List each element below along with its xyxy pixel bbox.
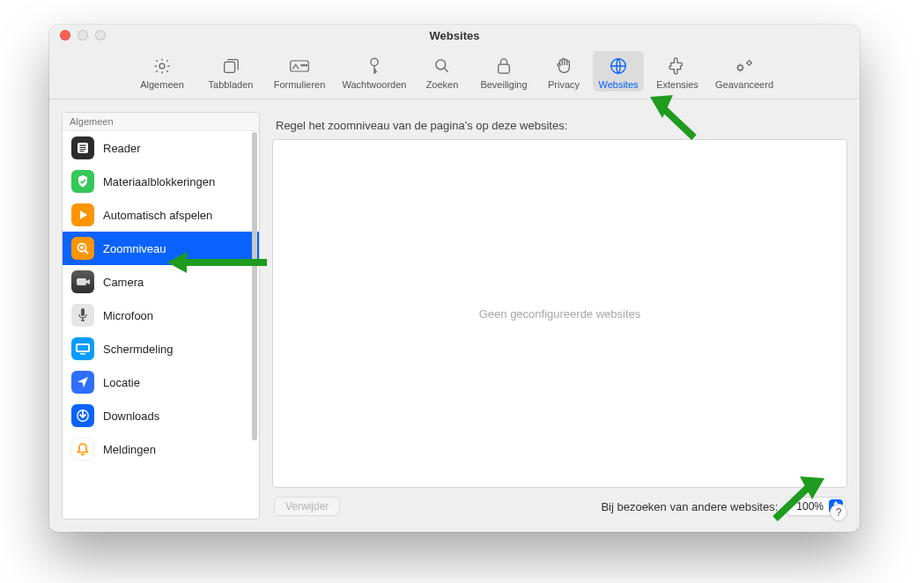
- location-icon: [71, 371, 94, 394]
- sidebar-item-label: Schermdeling: [103, 343, 174, 356]
- close-window-button[interactable]: [60, 30, 70, 41]
- toolbar-extensions[interactable]: Extensies: [651, 51, 704, 92]
- toolbar-websites[interactable]: Websites: [593, 51, 644, 92]
- panel-footer: Verwijder Bij bezoeken van andere websit…: [272, 488, 847, 520]
- help-button[interactable]: ?: [830, 504, 847, 521]
- main-panel: Regel het zoomniveau van de pagina's op …: [272, 112, 847, 520]
- svg-rect-13: [80, 145, 86, 146]
- sidebar-item-label: Camera: [103, 276, 144, 289]
- svg-point-11: [747, 61, 750, 64]
- svg-point-5: [306, 64, 307, 65]
- toolbar-label: Formulieren: [274, 79, 326, 90]
- sidebar-item-microphone[interactable]: Microfoon: [63, 299, 259, 332]
- key-icon: [366, 55, 383, 77]
- svg-rect-19: [81, 308, 85, 316]
- toolbar-label: Zoeken: [426, 79, 459, 90]
- tabs-icon: [221, 55, 240, 77]
- sidebar-list: Reader Materiaalblokkeringen Automatisch…: [63, 131, 259, 519]
- sidebar-item-autoplay[interactable]: Automatisch afspelen: [63, 198, 259, 232]
- help-label: ?: [836, 506, 842, 519]
- sidebar-item-label: Reader: [103, 142, 141, 155]
- traffic-lights: [60, 30, 106, 41]
- svg-rect-8: [499, 64, 510, 73]
- sidebar-container: Algemeen Reader Materiaalblokkeringen: [62, 112, 260, 520]
- panel-heading: Regel het zoomniveau van de pagina's op …: [272, 112, 847, 139]
- search-icon: [433, 55, 451, 77]
- toolbar-advanced[interactable]: Geavanceerd: [711, 51, 778, 92]
- sidebar-item-camera[interactable]: Camera: [63, 265, 259, 299]
- zoom-icon: [71, 237, 94, 260]
- svg-rect-1: [225, 62, 235, 72]
- remove-button[interactable]: Verwijder: [274, 497, 340, 516]
- svg-rect-18: [77, 278, 86, 285]
- sidebar-item-zoom[interactable]: Zoomniveau: [63, 232, 259, 265]
- minimize-window-button[interactable]: [78, 30, 88, 41]
- toolbar-label: Tabbladen: [209, 79, 254, 90]
- svg-rect-22: [78, 345, 88, 351]
- shield-icon: [71, 170, 94, 193]
- sidebar-item-label: Microfoon: [103, 309, 153, 322]
- toolbar-label: Extensies: [656, 79, 699, 90]
- window-body: Algemeen Reader Materiaalblokkeringen: [49, 100, 860, 532]
- download-icon: [71, 404, 94, 427]
- bell-icon: [71, 438, 94, 461]
- toolbar-label: Geavanceerd: [715, 79, 773, 90]
- other-sites-label: Bij bezoeken van andere websites:: [601, 500, 778, 513]
- gears-icon: [733, 55, 756, 77]
- globe-icon: [609, 55, 628, 77]
- svg-point-4: [303, 64, 304, 65]
- maximize-window-button[interactable]: [95, 30, 106, 41]
- toolbar-passwords[interactable]: Wachtwoorden: [337, 51, 411, 92]
- titlebar: Websites: [49, 25, 860, 46]
- window-title: Websites: [430, 29, 480, 42]
- toolbar-label: Algemeen: [140, 79, 184, 90]
- svg-rect-16: [80, 151, 85, 151]
- svg-point-0: [159, 63, 165, 69]
- sidebar-item-label: Materiaalblokkeringen: [103, 175, 215, 188]
- toolbar-label: Websites: [598, 79, 638, 90]
- sidebar-item-content-blockers[interactable]: Materiaalblokkeringen: [63, 165, 259, 198]
- svg-point-6: [371, 58, 378, 65]
- toolbar-label: Wachtwoorden: [343, 79, 407, 90]
- sidebar-item-label: Meldingen: [103, 443, 156, 456]
- svg-point-7: [436, 60, 446, 70]
- svg-rect-14: [80, 147, 86, 148]
- mic-icon: [71, 304, 94, 327]
- sidebar-section-header: Algemeen: [63, 113, 259, 131]
- svg-point-3: [301, 64, 302, 65]
- toolbar-tabs[interactable]: Tabbladen: [200, 51, 262, 92]
- sidebar-item-screensharing[interactable]: Schermdeling: [63, 332, 259, 365]
- toolbar-label: Privacy: [548, 79, 580, 90]
- preferences-toolbar: Algemeen Tabbladen Formulieren Wachtwoor…: [49, 46, 860, 100]
- toolbar-autofill[interactable]: Formulieren: [269, 51, 330, 92]
- reader-icon: [71, 137, 94, 159]
- toolbar-security[interactable]: Beveiliging: [473, 51, 535, 92]
- hand-icon: [555, 55, 573, 77]
- puzzle-icon: [668, 55, 687, 77]
- websites-list[interactable]: Geen geconfigureerde websites: [272, 139, 847, 488]
- preferences-window: Websites Algemeen Tabbladen Formulieren: [49, 25, 860, 532]
- svg-point-10: [738, 65, 743, 70]
- sidebar-item-location[interactable]: Locatie: [63, 365, 259, 399]
- sidebar-item-label: Locatie: [103, 376, 140, 389]
- svg-rect-15: [80, 149, 86, 150]
- sidebar-item-label: Downloads: [103, 410, 159, 423]
- screenshare-icon: [71, 337, 94, 360]
- sidebar-item-downloads[interactable]: Downloads: [63, 399, 259, 432]
- sidebar-item-label: Automatisch afspelen: [103, 209, 212, 222]
- svg-rect-21: [80, 353, 85, 355]
- toolbar-label: Beveiliging: [480, 79, 527, 90]
- play-icon: [71, 203, 94, 226]
- sidebar-item-label: Zoomniveau: [103, 242, 166, 255]
- sidebar-scrollbar[interactable]: [252, 132, 257, 440]
- select-value: 100%: [796, 500, 824, 513]
- gear-icon: [152, 55, 172, 77]
- empty-list-label: Geen geconfigureerde websites: [479, 307, 641, 321]
- form-icon: [289, 55, 310, 77]
- sidebar-item-notifications[interactable]: Meldingen: [63, 432, 259, 466]
- toolbar-privacy[interactable]: Privacy: [542, 51, 586, 92]
- sidebar-item-reader[interactable]: Reader: [63, 131, 259, 165]
- toolbar-general[interactable]: Algemeen: [131, 51, 193, 92]
- toolbar-search[interactable]: Zoeken: [418, 51, 466, 92]
- lock-icon: [496, 55, 512, 77]
